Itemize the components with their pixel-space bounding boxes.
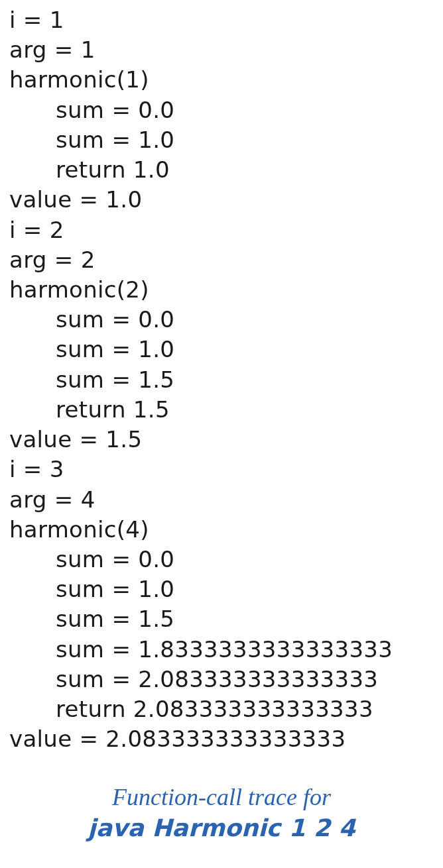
trace-line: harmonic(1): [9, 65, 434, 95]
trace-line: return 1.0: [9, 155, 434, 185]
trace-line: value = 1.5: [9, 425, 434, 455]
trace-line: sum = 1.5: [9, 604, 434, 634]
trace-line: return 2.083333333333333: [9, 694, 434, 724]
caption-line2: java Harmonic 1 2 4: [9, 813, 434, 844]
trace-line: harmonic(4): [9, 515, 434, 545]
trace-line: sum = 1.0: [9, 335, 434, 364]
caption: Function-call trace for java Harmonic 1 …: [9, 782, 434, 844]
caption-line1: Function-call trace for: [9, 782, 434, 813]
trace-line: harmonic(2): [9, 275, 434, 305]
trace-line: value = 2.083333333333333: [9, 724, 434, 754]
trace-line: sum = 0.0: [9, 305, 434, 335]
trace-line: sum = 0.0: [9, 95, 434, 125]
trace-line: arg = 4: [9, 485, 434, 515]
trace-line: value = 1.0: [9, 185, 434, 215]
trace-line: return 1.5: [9, 395, 434, 425]
trace-line: arg = 1: [9, 35, 434, 65]
trace-line: i = 1: [9, 5, 434, 35]
trace-line: i = 3: [9, 455, 434, 484]
trace-line: sum = 1.0: [9, 125, 434, 155]
trace-line: sum = 1.0: [9, 574, 434, 604]
trace-line: sum = 0.0: [9, 545, 434, 574]
trace-line: sum = 1.8333333333333333: [9, 635, 434, 665]
trace-line: i = 2: [9, 215, 434, 245]
trace-output: i = 1arg = 1harmonic(1)sum = 0.0sum = 1.…: [9, 5, 434, 754]
trace-line: sum = 1.5: [9, 365, 434, 395]
trace-line: arg = 2: [9, 245, 434, 275]
trace-line: sum = 2.083333333333333: [9, 665, 434, 694]
